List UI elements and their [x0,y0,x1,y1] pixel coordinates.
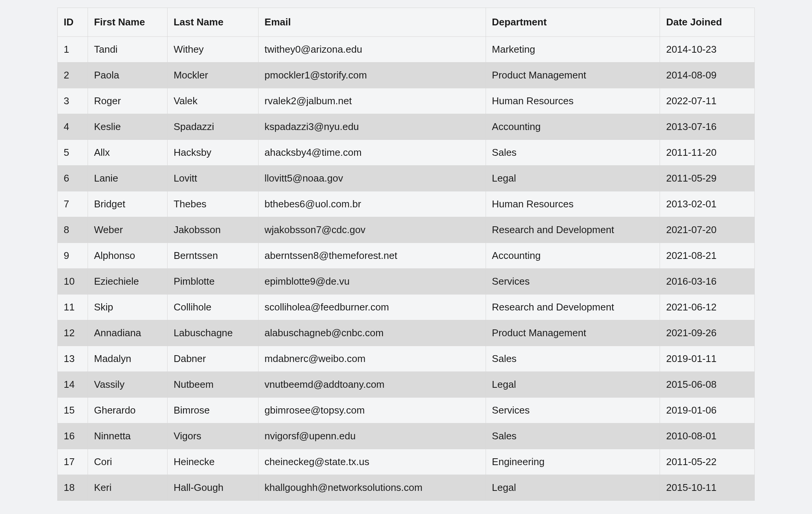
cell-date-joined: 2015-06-08 [660,372,755,398]
cell-date-joined: 2013-07-16 [660,114,755,140]
cell-email: aberntssen8@themeforest.net [258,243,486,269]
cell-last-name: Heinecke [167,449,258,475]
cell-last-name: Thebes [167,191,258,217]
table-row: 14VassilyNutbeemvnutbeemd@addtoany.comLe… [58,372,755,398]
cell-id: 9 [58,243,88,269]
cell-id: 3 [58,88,88,114]
cell-id: 12 [58,320,88,346]
cell-last-name: Nutbeem [167,372,258,398]
data-table: ID First Name Last Name Email Department… [57,8,755,501]
cell-email: epimblotte9@de.vu [258,269,486,295]
cell-first-name: Madalyn [88,346,167,372]
cell-email: kspadazzi3@nyu.edu [258,114,486,140]
cell-date-joined: 2019-01-11 [660,346,755,372]
cell-date-joined: 2021-07-20 [660,217,755,243]
cell-department: Legal [486,475,660,501]
cell-first-name: Lanie [88,166,167,191]
cell-first-name: Bridget [88,191,167,217]
cell-id: 18 [58,475,88,501]
table-row: 8WeberJakobssonwjakobsson7@cdc.govResear… [58,217,755,243]
cell-last-name: Jakobsson [167,217,258,243]
cell-id: 5 [58,140,88,166]
cell-first-name: Annadiana [88,320,167,346]
cell-date-joined: 2022-07-11 [660,88,755,114]
cell-department: Marketing [486,37,660,63]
cell-email: wjakobsson7@cdc.gov [258,217,486,243]
cell-id: 1 [58,37,88,63]
table-row: 12AnnadianaLabuschagnealabuschagneb@cnbc… [58,320,755,346]
cell-email: alabuschagneb@cnbc.com [258,320,486,346]
header-row: ID First Name Last Name Email Department… [58,8,755,37]
cell-last-name: Pimblotte [167,269,258,295]
cell-last-name: Spadazzi [167,114,258,140]
header-date-joined[interactable]: Date Joined [660,8,755,37]
cell-id: 8 [58,217,88,243]
table-row: 16NinnettaVigorsnvigorsf@upenn.eduSales2… [58,423,755,449]
cell-first-name: Vassily [88,372,167,398]
cell-email: twithey0@arizona.edu [258,37,486,63]
header-last-name[interactable]: Last Name [167,8,258,37]
cell-department: Legal [486,166,660,191]
cell-first-name: Keslie [88,114,167,140]
table-row: 18KeriHall-Goughkhallgoughh@networksolut… [58,475,755,501]
cell-first-name: Skip [88,295,167,320]
cell-id: 4 [58,114,88,140]
cell-date-joined: 2021-06-12 [660,295,755,320]
cell-last-name: Withey [167,37,258,63]
cell-id: 16 [58,423,88,449]
cell-last-name: Dabner [167,346,258,372]
cell-last-name: Lovitt [167,166,258,191]
cell-date-joined: 2021-08-21 [660,243,755,269]
cell-first-name: Roger [88,88,167,114]
cell-department: Accounting [486,243,660,269]
header-department[interactable]: Department [486,8,660,37]
table-row: 13MadalynDabnermdabnerc@weibo.comSales20… [58,346,755,372]
cell-department: Sales [486,346,660,372]
table-row: 6LanieLovittllovitt5@noaa.govLegal2011-0… [58,166,755,191]
cell-department: Product Management [486,320,660,346]
table-body: 1TandiWitheytwithey0@arizona.eduMarketin… [58,37,755,501]
cell-date-joined: 2011-11-20 [660,140,755,166]
cell-department: Engineering [486,449,660,475]
cell-email: pmockler1@storify.com [258,63,486,88]
table-row: 2PaolaMocklerpmockler1@storify.comProduc… [58,63,755,88]
cell-id: 14 [58,372,88,398]
cell-date-joined: 2016-03-16 [660,269,755,295]
header-first-name[interactable]: First Name [88,8,167,37]
cell-email: llovitt5@noaa.gov [258,166,486,191]
table-row: 3RogerValekrvalek2@jalbum.netHuman Resou… [58,88,755,114]
cell-first-name: Ninnetta [88,423,167,449]
cell-id: 7 [58,191,88,217]
cell-last-name: Labuschagne [167,320,258,346]
cell-first-name: Tandi [88,37,167,63]
table-row: 15GherardoBimrosegbimrosee@topsy.comServ… [58,398,755,423]
cell-email: gbimrosee@topsy.com [258,398,486,423]
cell-department: Human Resources [486,191,660,217]
cell-id: 13 [58,346,88,372]
cell-first-name: Eziechiele [88,269,167,295]
header-email[interactable]: Email [258,8,486,37]
cell-id: 6 [58,166,88,191]
table-row: 9AlphonsoBerntssenaberntssen8@themefores… [58,243,755,269]
cell-email: mdabnerc@weibo.com [258,346,486,372]
table-row: 4KeslieSpadazzikspadazzi3@nyu.eduAccount… [58,114,755,140]
cell-id: 2 [58,63,88,88]
cell-last-name: Mockler [167,63,258,88]
cell-department: Legal [486,372,660,398]
table-header: ID First Name Last Name Email Department… [58,8,755,37]
cell-email: khallgoughh@networksolutions.com [258,475,486,501]
cell-department: Services [486,269,660,295]
cell-first-name: Weber [88,217,167,243]
cell-email: bthebes6@uol.com.br [258,191,486,217]
cell-last-name: Bimrose [167,398,258,423]
cell-email: rvalek2@jalbum.net [258,88,486,114]
data-table-container: ID First Name Last Name Email Department… [57,8,755,501]
cell-email: vnutbeemd@addtoany.com [258,372,486,398]
table-row: 11SkipColliholescolliholea@feedburner.co… [58,295,755,320]
cell-date-joined: 2014-08-09 [660,63,755,88]
table-row: 1TandiWitheytwithey0@arizona.eduMarketin… [58,37,755,63]
cell-first-name: Allx [88,140,167,166]
table-row: 5AllxHacksbyahacksby4@time.comSales2011-… [58,140,755,166]
cell-last-name: Hall-Gough [167,475,258,501]
header-id[interactable]: ID [58,8,88,37]
